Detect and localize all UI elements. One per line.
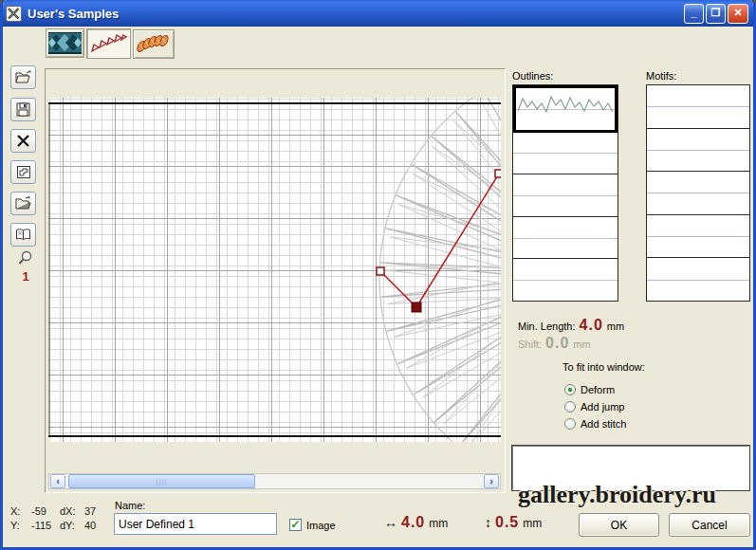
- sample-baseline: [647, 236, 749, 237]
- scroll-left-icon: ‹: [56, 476, 60, 486]
- radio-add-jump-circle[interactable]: [564, 401, 576, 412]
- watermark-text: gallery.broidery.ru: [518, 481, 716, 509]
- open-sample-button[interactable]: [10, 65, 36, 89]
- outlines-list[interactable]: [512, 84, 618, 302]
- cancel-button[interactable]: Cancel: [669, 513, 750, 537]
- rope-pattern-icon: [136, 33, 172, 55]
- import-sample-button[interactable]: [10, 192, 36, 215]
- stitch-canvas[interactable]: [48, 98, 501, 442]
- checkmark-icon: ✓: [290, 519, 300, 530]
- outlines-label: Outlines:: [512, 70, 553, 82]
- fit-group-label: To fit into window:: [562, 361, 645, 373]
- scrollbar-thumb[interactable]: ||||: [68, 474, 255, 488]
- x-label: X:: [10, 504, 31, 519]
- stitch-width-value: 4.0: [401, 514, 425, 531]
- sample-row[interactable]: [513, 217, 618, 260]
- magnifier-icon[interactable]: [18, 250, 33, 266]
- delete-x-icon: [16, 134, 30, 148]
- scroll-right-icon: ›: [489, 476, 493, 486]
- shift-unit: mm: [573, 339, 590, 350]
- radio-deform-circle[interactable]: [564, 384, 576, 395]
- sample-row[interactable]: [647, 129, 749, 173]
- sample-row[interactable]: [513, 174, 618, 217]
- min-length-value: 4.0: [580, 317, 603, 334]
- sample-row[interactable]: [513, 259, 618, 301]
- close-button[interactable]: ✕: [728, 4, 748, 24]
- radio-add-stitch-circle[interactable]: [564, 418, 576, 430]
- sample-baseline: [647, 150, 749, 151]
- sample-row[interactable]: [647, 172, 749, 215]
- image-checkbox[interactable]: ✓: [289, 519, 302, 531]
- x-value: -59: [31, 504, 60, 519]
- shift-label: Shift:: [518, 339, 542, 350]
- radio-deform[interactable]: Deform: [564, 384, 615, 395]
- delete-sample-button[interactable]: [10, 129, 36, 153]
- y-value: -115: [31, 519, 60, 533]
- stitch-height-readout: ↕ 0.5 mm: [485, 514, 542, 531]
- sample-row[interactable]: [513, 133, 618, 175]
- sample-baseline: [647, 192, 749, 193]
- stitch-drawing: [48, 98, 501, 442]
- dy-label: dY:: [60, 519, 84, 533]
- name-input[interactable]: [114, 513, 277, 535]
- parameters: Min. Length: 4.0 mm Shift: 0.0 mm: [518, 317, 624, 353]
- shift-value: 0.0: [545, 335, 569, 352]
- sample-row[interactable]: [647, 258, 749, 301]
- duplicate-sample-button[interactable]: [10, 160, 36, 184]
- stitch-height-unit: mm: [523, 517, 542, 530]
- name-label: Name:: [115, 500, 145, 511]
- radio-add-jump-label: Add jump: [581, 401, 624, 412]
- selected-node-marker: [412, 302, 421, 312]
- motif-stitch-button[interactable]: [133, 29, 175, 59]
- motifs-list[interactable]: [646, 84, 750, 302]
- scroll-left-button[interactable]: ‹: [50, 474, 65, 488]
- users-samples-dialog: User's Samples _ ❐ ✕: [0, 0, 756, 550]
- horizontal-scrollbar[interactable]: ‹ |||| ›: [48, 473, 501, 489]
- min-length-label: Min. Length:: [518, 321, 576, 332]
- y-label: Y:: [10, 519, 31, 533]
- save-floppy-icon: [16, 102, 30, 117]
- close-icon: ✕: [733, 8, 742, 18]
- titlebar[interactable]: User's Samples _ ❐ ✕: [0, 0, 756, 27]
- stitch-width-unit: mm: [429, 517, 448, 530]
- sample-baseline: [647, 280, 749, 281]
- maximize-icon: ❐: [711, 8, 721, 18]
- shift-row: Shift: 0.0 mm: [518, 335, 624, 353]
- pattern-fill-button[interactable]: [46, 28, 84, 58]
- radio-deform-label: Deform: [581, 384, 615, 395]
- sample-row[interactable]: [647, 85, 749, 129]
- horizontal-arrow-icon: ↔: [384, 515, 397, 530]
- outline-stitch-button[interactable]: [86, 28, 131, 59]
- dx-value: 37: [84, 504, 96, 519]
- sample-baseline: [513, 153, 618, 154]
- motifs-label: Motifs:: [646, 70, 676, 82]
- sample-baseline: [513, 280, 618, 281]
- radio-add-stitch[interactable]: Add stitch: [564, 418, 626, 430]
- min-length-unit: mm: [607, 321, 624, 332]
- image-checkbox-label: Image: [306, 520, 336, 531]
- ok-button[interactable]: OK: [579, 513, 659, 537]
- sample-baseline: [513, 195, 618, 196]
- sample-row[interactable]: [647, 215, 749, 259]
- sample-baseline: [647, 106, 749, 107]
- shape-document-icon: [16, 165, 31, 179]
- zoom-level-value: 1: [14, 269, 37, 284]
- coordinates-readout: X:-59dX:37 Y:-115dY:40: [10, 504, 96, 533]
- vertical-arrow-icon: ↕: [485, 515, 491, 530]
- scroll-right-button[interactable]: ›: [484, 474, 499, 488]
- triangle-arrows-icon: [90, 32, 127, 55]
- node-marker: [377, 267, 384, 275]
- sample-row[interactable]: [513, 85, 618, 133]
- open-book-icon: [15, 228, 31, 242]
- save-sample-button[interactable]: [10, 98, 36, 121]
- minimize-button[interactable]: _: [684, 4, 704, 24]
- maximize-button[interactable]: ❐: [706, 4, 726, 24]
- stitch-width-readout: ↔ 4.0 mm: [384, 514, 448, 531]
- dy-value: 40: [84, 519, 96, 533]
- radio-add-jump[interactable]: Add jump: [564, 401, 624, 412]
- zigzag-outline-thumbnail: [516, 88, 615, 124]
- zoom-indicator: 1: [14, 250, 37, 284]
- radio-add-stitch-label: Add stitch: [581, 418, 626, 430]
- library-button[interactable]: [10, 223, 36, 247]
- scrollbar-grip: ||||: [156, 478, 167, 486]
